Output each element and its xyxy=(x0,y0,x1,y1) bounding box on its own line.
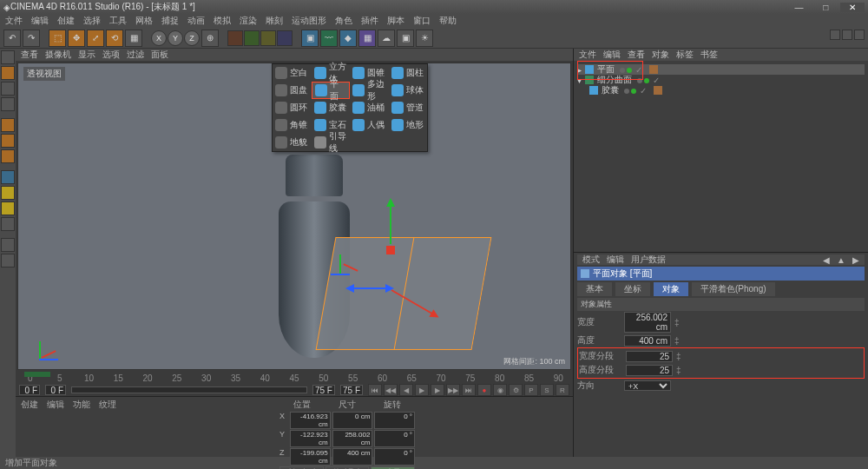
om-tab-view[interactable]: 查看 xyxy=(628,49,645,61)
om-tab-bookmarks[interactable]: 书签 xyxy=(700,49,718,61)
menu-plugins[interactable]: 插件 xyxy=(361,15,378,27)
record-button[interactable]: ● xyxy=(477,384,491,396)
layout-icon[interactable] xyxy=(830,30,840,40)
vp-menu-filter[interactable]: 过滤 xyxy=(127,49,144,61)
move-tool[interactable]: ✥ xyxy=(68,30,85,47)
close-button[interactable]: ✕ xyxy=(840,3,865,12)
height-segments-field[interactable]: 25 xyxy=(626,365,673,376)
frame-max-field[interactable]: 75 F xyxy=(340,385,363,395)
last-tool[interactable]: ▦ xyxy=(125,30,142,47)
key-options-button[interactable]: ⚙ xyxy=(509,384,523,396)
attr-tab-coord[interactable]: 坐标 xyxy=(615,282,650,296)
menu-window[interactable]: 窗口 xyxy=(413,15,431,27)
menu-mesh[interactable]: 网格 xyxy=(135,15,153,27)
size-z-field[interactable]: 400 cm xyxy=(332,448,373,466)
menu-animate[interactable]: 动画 xyxy=(187,15,205,27)
om-tab-file[interactable]: 文件 xyxy=(579,49,596,61)
mat-tab-create[interactable]: 创建 xyxy=(21,399,38,411)
menu-snap[interactable]: 捕捉 xyxy=(161,15,179,27)
rot-z-field[interactable]: 0 ° xyxy=(374,448,415,466)
width-field[interactable]: 256.002 cm xyxy=(624,312,671,333)
spline-dropdown[interactable]: 〰 xyxy=(320,30,338,47)
timeline-scrollbar[interactable] xyxy=(71,386,307,393)
point-mode[interactable] xyxy=(1,118,15,132)
pos-x-field[interactable]: -416.923 cm xyxy=(290,412,331,429)
light-dropdown[interactable]: ☀ xyxy=(416,30,433,47)
height-field[interactable]: 400 cm xyxy=(624,335,671,347)
size-x-field[interactable]: 0 cm xyxy=(332,412,373,429)
key-rot-button[interactable]: R xyxy=(556,384,569,396)
frame-end-field[interactable]: 75 F xyxy=(312,385,335,395)
prim-torus[interactable]: 圆环 xyxy=(273,99,312,116)
om-tab-tags[interactable]: 标签 xyxy=(676,49,694,61)
pos-y-field[interactable]: -122.923 cm xyxy=(290,430,331,447)
frame-start-field[interactable]: 0 F xyxy=(19,385,40,395)
tree-item-capsule[interactable]: 胶囊 ✓ xyxy=(577,85,865,96)
axis-y-toggle[interactable]: Y xyxy=(168,30,183,46)
om-tab-object[interactable]: 对象 xyxy=(652,49,669,61)
attr-edit[interactable]: 编辑 xyxy=(607,254,624,266)
autokey-button[interactable]: ◉ xyxy=(493,384,507,396)
prim-landscape[interactable]: 地形 xyxy=(389,116,428,134)
rot-x-field[interactable]: 0 ° xyxy=(374,412,415,429)
render-view[interactable] xyxy=(227,30,243,46)
width-spinner[interactable]: ‡ xyxy=(674,318,681,327)
phong-tag-icon[interactable] xyxy=(649,65,658,74)
menu-file[interactable]: 文件 xyxy=(5,15,23,27)
playhead-range[interactable] xyxy=(24,372,50,377)
phong-tag-icon[interactable] xyxy=(654,86,662,95)
timeline-ruler[interactable]: 051015202530354045505560657075808590 xyxy=(16,372,573,384)
perspective-viewport[interactable]: 透视视图 网格间距: 100 cm 空白 立方体 圆锥 圆柱 xyxy=(17,63,571,370)
rot-y-field[interactable]: 0 ° xyxy=(374,430,415,447)
render-settings[interactable] xyxy=(277,30,293,46)
axis-mode[interactable] xyxy=(1,170,15,184)
prim-guide[interactable]: 引导线 xyxy=(312,134,351,151)
axis-z-toggle[interactable]: Z xyxy=(184,30,200,46)
mat-tab-tex[interactable]: 纹理 xyxy=(99,399,116,411)
hseg-spinner[interactable]: ‡ xyxy=(676,366,683,375)
prim-capsule[interactable]: 胶囊 xyxy=(312,99,351,116)
scale-tool[interactable]: ⤢ xyxy=(87,30,104,47)
prim-oiltank[interactable]: 油桶 xyxy=(350,99,389,116)
workplane-toggle[interactable] xyxy=(1,217,15,231)
vp-menu-options[interactable]: 选项 xyxy=(102,49,120,61)
prim-cylinder[interactable]: 圆柱 xyxy=(389,64,428,82)
attr-mode[interactable]: 模式 xyxy=(582,254,600,266)
menu-script[interactable]: 脚本 xyxy=(387,15,404,27)
om-tab-edit[interactable]: 编辑 xyxy=(603,49,621,61)
orientation-dropdown[interactable]: +X xyxy=(624,380,671,391)
menu-help[interactable]: 帮助 xyxy=(439,15,457,27)
menu-edit[interactable]: 编辑 xyxy=(31,15,49,27)
prev-key-button[interactable]: ◀◀ xyxy=(384,384,398,396)
select-tool[interactable]: ⬚ xyxy=(49,30,66,47)
polygon-mode[interactable] xyxy=(1,149,15,163)
axis-x-toggle[interactable]: X xyxy=(151,30,167,46)
model-mode[interactable] xyxy=(1,66,15,80)
primitive-dropdown[interactable]: ▣ xyxy=(301,30,319,47)
render-region[interactable] xyxy=(244,30,260,46)
camera-dropdown[interactable]: ▣ xyxy=(397,30,414,47)
deformer-dropdown[interactable]: ▦ xyxy=(358,30,376,47)
attr-nav-fwd[interactable]: ▶ xyxy=(852,255,859,265)
prim-null[interactable]: 空白 xyxy=(273,64,312,82)
prim-figure[interactable]: 人偶 xyxy=(350,116,389,134)
make-editable[interactable] xyxy=(1,50,15,64)
rotate-tool[interactable]: ⟲ xyxy=(106,30,123,47)
goto-start-button[interactable]: ⏮ xyxy=(368,384,382,396)
size-y-field[interactable]: 258.002 cm xyxy=(332,430,373,447)
key-scale-button[interactable]: S xyxy=(540,384,554,396)
attr-nav-up[interactable]: ▲ xyxy=(837,255,845,265)
minimize-button[interactable]: — xyxy=(786,3,811,12)
width-segments-field[interactable]: 25 xyxy=(626,351,673,362)
environment-dropdown[interactable]: ☁ xyxy=(378,30,395,47)
attr-tab-object[interactable]: 对象 xyxy=(654,282,688,296)
prev-frame-button[interactable]: ◀ xyxy=(399,384,413,396)
play-button[interactable]: ▶ xyxy=(415,384,429,396)
viewport-solo[interactable] xyxy=(1,254,15,268)
snap-toggle[interactable] xyxy=(1,186,15,200)
quantize-toggle[interactable] xyxy=(1,201,15,215)
goto-end-button[interactable]: ⏭ xyxy=(462,384,476,396)
mat-tab-edit[interactable]: 编辑 xyxy=(47,399,64,411)
attr-nav-back[interactable]: ◀ xyxy=(823,255,830,265)
menu-select[interactable]: 选择 xyxy=(83,15,101,27)
